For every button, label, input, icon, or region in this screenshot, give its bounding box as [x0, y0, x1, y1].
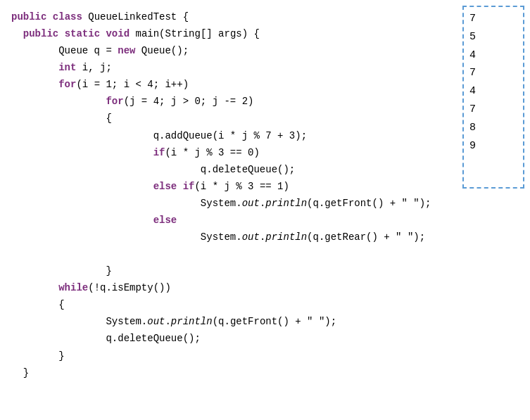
output-value: 7	[469, 10, 517, 28]
code-line: q.deleteQueue();	[11, 161, 453, 178]
output-value: 4	[469, 82, 517, 101]
code-line: {	[11, 296, 453, 313]
code-line: for(j = 4; j > 0; j -= 2)	[11, 93, 453, 110]
code-line: }	[11, 262, 453, 279]
code-line: else if(i * j % 3 == 1)	[11, 178, 453, 195]
code-line: System.out.println(q.getFront() + " ");	[11, 313, 453, 330]
code-line: }	[11, 364, 453, 381]
code-line: for(i = 1; i < 4; i++)	[11, 76, 453, 93]
code-line: if(i * j % 3 == 0)	[11, 144, 453, 161]
output-value: 4	[469, 46, 517, 65]
code-line: else	[11, 212, 453, 229]
output-value: 7	[469, 101, 517, 119]
code-line: q.addQueue(i * j % 7 + 3);	[11, 127, 453, 144]
output-value: 9	[469, 137, 517, 155]
code-editor: public class QueueLinkedTest { public st…	[0, 0, 465, 420]
code-line: public class QueueLinkedTest {	[11, 8, 453, 25]
code-line: while(!q.isEmpty())	[11, 279, 453, 296]
code-line: Queue q = new Queue();	[11, 42, 453, 59]
output-value: 5	[469, 28, 517, 46]
code-line: int i, j;	[11, 59, 453, 76]
output-panel: 7 5 4 7 4 7 8 9	[462, 6, 524, 189]
output-value: 8	[469, 119, 517, 137]
code-line: System.out.println(q.getFront() + " ");	[11, 195, 453, 212]
code-line: {	[11, 110, 453, 127]
code-line: System.out.println(q.getRear() + " ");	[11, 229, 453, 246]
code-line: q.deleteQueue();	[11, 330, 453, 347]
code-line: public static void main(String[] args) {	[11, 25, 453, 42]
code-line: }	[11, 348, 453, 364]
code-line	[11, 246, 453, 262]
output-value: 7	[469, 64, 517, 82]
